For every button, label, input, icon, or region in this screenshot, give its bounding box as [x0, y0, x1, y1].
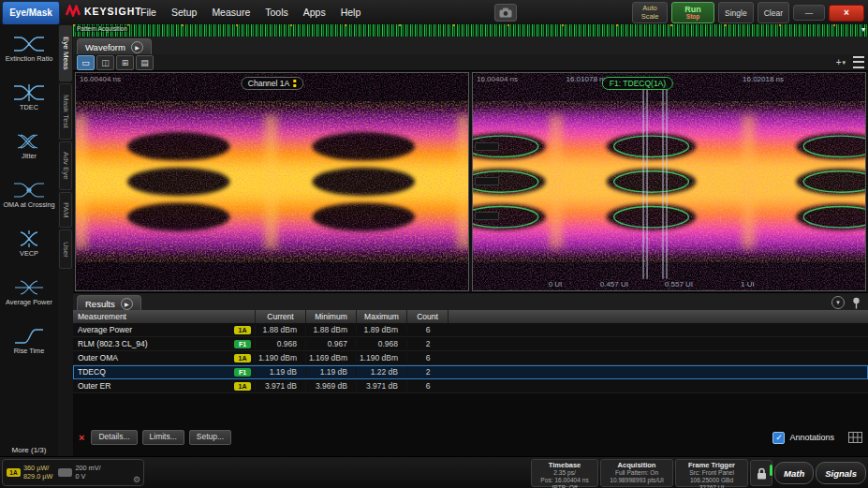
sidebar-item-extinction-ratio[interactable]: Extinction Ratio: [0, 24, 58, 73]
channel-badge-label: Channel 1A: [248, 79, 289, 88]
details-button[interactable]: Details...: [91, 430, 137, 445]
waveform-tab-menu-button[interactable]: ▶: [131, 41, 143, 53]
lock-status-led: [770, 465, 772, 476]
average-power-icon: [13, 278, 45, 297]
gear-icon[interactable]: ⚙: [133, 475, 140, 484]
minimize-button[interactable]: —: [793, 5, 825, 21]
menu-file[interactable]: File: [140, 7, 156, 18]
sidebar-item-rise-time[interactable]: Rise Time: [0, 317, 58, 365]
marker-tool-button[interactable]: + ▾: [836, 57, 846, 67]
sidebar-item-jitter[interactable]: Jitter: [0, 122, 58, 170]
pattern-strip-dropdown-icon[interactable]: ▾: [861, 25, 865, 34]
table-row-average-power[interactable]: Average Power 1A 1.88 dBm 1.88 dBm 1.89 …: [73, 323, 868, 337]
eye-diagram-left[interactable]: 16.00404 ns Channel 1A: [75, 72, 469, 291]
menu-setup[interactable]: Setup: [171, 7, 197, 18]
frame-trigger-baudrate: 106.25000 GBd: [679, 477, 744, 484]
menu-measure[interactable]: Measure: [212, 7, 250, 18]
channel-1a-badge[interactable]: Channel 1A: [241, 77, 303, 90]
math-button[interactable]: Math: [774, 462, 814, 484]
sidebar-more-button[interactable]: More (1/3): [0, 446, 58, 454]
measurement-name: Outer OMA: [73, 353, 230, 362]
setup-button[interactable]: Setup...: [189, 430, 231, 445]
signals-button[interactable]: Signals: [816, 462, 866, 484]
status-bar: 1A 360 µW/ 829.0 µW 200 mV/ 0 V ⚙ Timeba…: [0, 456, 868, 488]
col-count[interactable]: Count: [406, 310, 448, 323]
limits-button[interactable]: Limits...: [142, 430, 184, 445]
annotations-checkbox[interactable]: ✓: [772, 432, 785, 444]
limit-fail-icon: ×: [79, 432, 84, 443]
plot-region: 16.00404 ns Channel 1A: [73, 71, 868, 292]
collapse-panel-button[interactable]: ▼: [831, 296, 845, 309]
pattern-acquisition-strip[interactable]: Pattern Acquisition ▾: [73, 24, 868, 37]
acquisition-pts-per-ui: 10.98998993 pts/UI: [604, 477, 669, 484]
close-button[interactable]: ×: [829, 5, 864, 22]
tab-eye-meas[interactable]: Eye Meas: [59, 25, 72, 81]
plot-menu-icon[interactable]: [853, 56, 864, 68]
run-stop-button[interactable]: Run Stop: [671, 2, 714, 23]
col-maximum[interactable]: Maximum: [356, 310, 406, 323]
auto-scale-button[interactable]: Auto Scale: [632, 2, 668, 23]
timebase-scale: 2.35 ps/: [535, 469, 595, 477]
layout-quad-button[interactable]: ⊞: [116, 55, 134, 70]
brand-text: KEYSIGHT: [84, 6, 142, 17]
acquisition-panel[interactable]: Acquisition Full Pattern: On 10.98998993…: [600, 459, 673, 487]
channel-cluster: 1A 360 µW/ 829.0 µW 200 mV/ 0 V ⚙: [2, 459, 144, 486]
col-measurement[interactable]: Measurement: [73, 310, 255, 323]
plus-icon: +: [836, 57, 842, 67]
col-current[interactable]: Current: [255, 310, 305, 323]
table-grid-icon[interactable]: [848, 432, 862, 443]
results-tab-menu-button[interactable]: ▶: [121, 298, 133, 310]
right-plot-timestamp-left: 16.00404 ns: [477, 75, 518, 83]
category-tab-strip: Eye Meas Mask Test Adv Eye PAM User: [58, 24, 74, 456]
table-row-outer-er[interactable]: Outer ER 1A 3.971 dB 3.969 dB 3.971 dB 6: [73, 379, 868, 393]
layout-stack-button[interactable]: ▤: [136, 55, 154, 70]
results-table-body: Average Power 1A 1.88 dBm 1.88 dBm 1.89 …: [73, 323, 868, 393]
sidebar-item-tdec[interactable]: TDEC: [0, 73, 58, 122]
lock-button[interactable]: [750, 460, 772, 486]
menu-tools[interactable]: Tools: [265, 7, 288, 18]
layout-single-button[interactable]: ▭: [77, 55, 95, 70]
jitter-icon: [13, 132, 45, 151]
titlebar-controls: Auto Scale Run Stop Single Clear — ×: [632, 2, 864, 23]
clear-button[interactable]: Clear: [758, 2, 789, 23]
timebase-panel[interactable]: Timebase 2.35 ps/ Pos: 16.00404 ns IPTB:…: [531, 459, 598, 487]
layout-split-button[interactable]: ◫: [96, 55, 114, 70]
level-marker: [475, 142, 499, 151]
col-minimum[interactable]: Minimum: [305, 310, 356, 323]
value-count: 2: [406, 367, 449, 377]
table-row-tdecq-selected[interactable]: TDECQ F1 1.19 dB 1.19 dB 1.22 dB 2: [73, 365, 868, 379]
sidebar-item-label: VECP: [18, 250, 40, 258]
tab-pam[interactable]: PAM: [59, 192, 72, 228]
sidebar-item-vecp[interactable]: VECP: [0, 219, 58, 268]
single-button[interactable]: Single: [718, 2, 754, 23]
menu-apps[interactable]: Apps: [303, 7, 326, 18]
tdec-icon: [13, 83, 45, 102]
table-row-rlm[interactable]: RLM (802.3 CL_94) F1 0.968 0.967 0.968 2: [73, 337, 868, 351]
measurement-name: RLM (802.3 CL_94): [73, 339, 230, 348]
results-button-row: × Details... Limits... Setup... ✓ Annota…: [73, 430, 868, 445]
tab-waveform[interactable]: Waveform ▶: [77, 38, 152, 55]
title-bar: Eye/Mask KEYSIGHT File Setup Measure Too…: [0, 0, 868, 25]
table-row-outer-oma[interactable]: Outer OMA 1A 1.190 dBm 1.169 dBm 1.190 d…: [73, 351, 868, 365]
tab-mask-test[interactable]: Mask Test: [59, 83, 72, 140]
tab-user[interactable]: User: [59, 229, 72, 269]
eye-mask-mode-button[interactable]: Eye/Mask: [2, 1, 60, 25]
menu-help[interactable]: Help: [341, 7, 361, 18]
frame-trigger-panel[interactable]: Frame Trigger Src: Front Panel 106.25000…: [675, 459, 748, 487]
eye-diagram-right[interactable]: 16.00404 ns 16.01078 ns F1: TDECQ(1A) 16…: [472, 72, 866, 291]
sidebar-item-oma-at-crossing[interactable]: OMA at Crossing: [0, 170, 58, 219]
keysight-spark-icon: [66, 5, 81, 17]
lock-icon: [757, 467, 767, 480]
channel-2-status[interactable]: 200 mV/ 0 V: [58, 465, 100, 481]
frame-trigger-ui: 32767 UI: [679, 484, 744, 488]
screenshot-camera-button[interactable]: [494, 4, 517, 22]
tdecq-function-badge[interactable]: F1: TDECQ(1A): [602, 77, 673, 90]
sidebar-item-average-power[interactable]: Average Power: [0, 268, 58, 317]
pin-icon[interactable]: [852, 297, 861, 309]
frame-trigger-title: Frame Trigger: [679, 461, 744, 469]
tab-adv-eye[interactable]: Adv Eye: [59, 141, 72, 190]
value-maximum: 0.968: [356, 339, 406, 348]
col-filler: [448, 310, 868, 323]
results-tab-row: Results ▶ ▼: [73, 293, 868, 311]
channel-1a-status[interactable]: 1A 360 µW/ 829.0 µW: [7, 465, 52, 481]
